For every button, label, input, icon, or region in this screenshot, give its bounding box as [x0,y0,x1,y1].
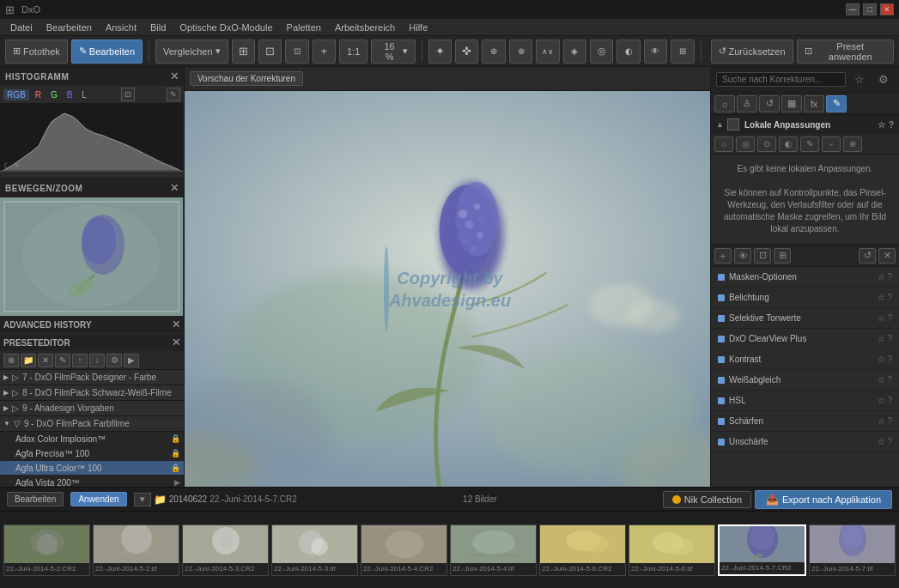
correction-belichtung[interactable]: Belichtung ☆ ? [711,288,899,308]
histogram-display-icon[interactable]: ⊡ [121,88,135,101]
thumb-item-9[interactable]: 22.-Juni-2014-5-7.CR2 [718,524,806,576]
minimize-button[interactable]: — [846,3,860,15]
preset-export-button[interactable]: ↑ [72,354,88,367]
menu-item-bearbeiten[interactable]: Bearbeiten [39,21,99,34]
menu-item-hilfe[interactable]: Hilfe [402,21,434,34]
mode-local-button[interactable]: ♙ [737,95,757,112]
local-adj-undo-button[interactable]: ↺ [859,248,876,264]
layout-button-2[interactable]: ⊡ [258,39,282,64]
preset-anwenden-button[interactable]: ⊡ Preset anwenden [797,39,894,64]
local-adj-collapse-icon[interactable]: ▲ [716,120,724,129]
thumb-item-3[interactable]: 22.-Juni-2014-5-3.CR2 [182,524,269,576]
preset-group-8-header[interactable]: ▶ ▷ 8 - DxO FilmPack Schwarz-Weiß-Filme [0,385,184,401]
export-button[interactable]: 📤 Export nach Applikation [755,490,892,509]
preset-delete-button[interactable]: ✕ [38,354,53,367]
tool-10[interactable]: ⊞ [671,39,694,64]
help-icon[interactable]: ? [887,334,892,343]
local-adj-brush-button[interactable]: ✎ [800,136,819,152]
menu-item-paletten[interactable]: Paletten [280,21,328,34]
maximize-button[interactable]: □ [863,3,877,15]
histogram-settings-icon[interactable]: ✎ [167,88,180,101]
thumb-item-5[interactable]: 22.-Juni-2014-5-4.CR2 [361,524,447,576]
menu-item-datei[interactable]: Datei [3,21,39,34]
local-adj-view-button[interactable]: 👁 [734,248,751,264]
correction-unschaerfe[interactable]: Unschärfe ☆ ? [711,432,899,452]
tool-9[interactable]: 👁 [644,39,667,64]
menu-item-ansicht[interactable]: Ansicht [99,21,143,34]
tool-3[interactable]: ⊕ [482,39,505,64]
preset-folder-button[interactable]: 📁 [21,354,36,367]
tool-7[interactable]: ◎ [590,39,613,64]
histogram-close-button[interactable]: ✕ [170,70,179,82]
hist-channel-l[interactable]: L [78,89,90,100]
preset-group-9a-header[interactable]: ▶ ▷ 9 - Ahadesign Vorgaben [0,401,184,416]
mode-reset-button[interactable]: ↺ [759,95,780,112]
local-adj-checkbox[interactable] [727,118,739,130]
preset-edit-button[interactable]: ✎ [55,354,70,367]
hist-channel-r[interactable]: R [32,89,45,100]
layout-button-1[interactable]: ⊞ [232,39,255,64]
zuruecksetzen-button[interactable]: ↺ Zurücksetzen [711,39,793,64]
help-icon[interactable]: ? [887,437,892,446]
zoom-11-button[interactable]: 1:1 [339,39,367,64]
correction-clearview[interactable]: DxO ClearView Plus ☆ ? [711,329,899,349]
help-icon[interactable]: ? [887,313,892,323]
preset-item-agfa-precisa[interactable]: Agfa Precisa™ 100 🔒 [0,446,184,461]
local-adj-eye-button[interactable]: ◎ [736,136,755,152]
local-adj-copy-button[interactable]: ⊡ [754,248,771,264]
nik-collection-button[interactable]: Nik Collection [663,491,751,508]
bearbeiten-status-button[interactable]: Bearbeiten [7,492,64,506]
mode-edit-button[interactable]: ✎ [826,95,847,112]
tool-6[interactable]: ◈ [563,39,586,64]
star-icon[interactable]: ☆ [878,437,885,446]
local-adj-gradient-button[interactable]: ⌿ [822,136,841,152]
mode-sun-button[interactable]: ☼ [714,95,735,112]
hist-channel-b[interactable]: B [64,89,76,100]
anwenden-status-button[interactable]: Anwenden [70,492,126,506]
local-adj-circle-button[interactable]: ⊙ [757,136,776,152]
correction-tonwerte[interactable]: Selektive Tonwerte ☆ ? [711,308,899,329]
help-icon[interactable]: ? [887,375,892,385]
history-close-button[interactable]: ✕ [172,318,180,330]
bearbeiten-button[interactable]: ✎ Bearbeiten [71,39,143,64]
preview-corrections-button[interactable]: Vorschau der Korrekturen [190,71,303,86]
thumb-item-2[interactable]: 22.-Juni-2014-5-2.tif [93,524,179,576]
tool-8[interactable]: ◐ [617,39,640,64]
navigation-close-button[interactable]: ✕ [170,182,179,194]
correction-hsl[interactable]: HSL ☆ ? [711,391,899,411]
star-icon[interactable]: ☆ [878,272,885,282]
menu-item-arbeitsbereich[interactable]: Arbeitsbereich [328,21,402,34]
thumb-item-8[interactable]: 22.-Juni-2014-5-6.tif [629,524,715,576]
star-icon[interactable]: ☆ [878,293,885,302]
help-icon[interactable]: ? [887,293,892,302]
correction-weissabgleich[interactable]: Weißabgleich ☆ ? [711,370,899,391]
local-adj-sun-button[interactable]: ☼ [714,136,733,152]
preset-settings-button[interactable]: ⚙ [106,354,122,367]
hist-channel-g[interactable]: G [47,89,61,100]
tool-4[interactable]: ⊗ [509,39,532,64]
thumb-item-1[interactable]: 22.-Juni-2014-5-2.CR2 [3,524,90,576]
preset-arrow-button[interactable]: ▶ [124,354,139,367]
preset-import-button[interactable]: ↓ [89,354,105,367]
local-adj-mask-button[interactable]: ⊗ [843,136,862,152]
help-icon[interactable]: ? [887,416,892,426]
zoom-fit-button[interactable]: ⊡ [285,39,308,64]
star-icon[interactable]: ☆ [878,396,885,405]
mode-grid-button[interactable]: ▦ [781,95,802,112]
local-adj-star-icon[interactable]: ☆ [878,120,885,130]
preset-item-agfa-vista[interactable]: Agfa Vista 200™ ▶ [0,476,184,487]
image-canvas[interactable]: Copyright by Ahvadesign.eu [185,91,710,487]
correction-masken[interactable]: Masken-Optionen ☆ ? [711,267,899,288]
star-icon[interactable]: ☆ [878,416,885,426]
fotothek-button[interactable]: ⊞ Fotothek [5,39,68,64]
local-adj-delete-button[interactable]: ✕ [878,248,896,264]
preset-editor-close-button[interactable]: ✕ [172,336,180,349]
local-adj-help-icon[interactable]: ? [889,120,894,130]
mode-fx-button[interactable]: fx [804,95,824,112]
help-icon[interactable]: ? [887,355,892,364]
thumb-item-7[interactable]: 22.-Juni-2014-5-6.CR2 [539,524,626,576]
correction-kontrast[interactable]: Kontrast ☆ ? [711,349,899,370]
star-icon[interactable]: ☆ [878,334,885,343]
local-adj-half-button[interactable]: ◐ [779,136,798,152]
preset-new-button[interactable]: ⊕ [3,354,19,367]
